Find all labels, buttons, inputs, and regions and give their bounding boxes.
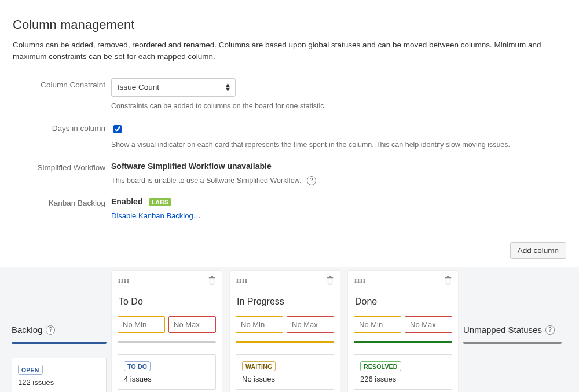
column-title[interactable]: To Do [119, 296, 216, 307]
backlog-bar [12, 342, 107, 344]
delete-column-button[interactable] [326, 276, 334, 287]
status-card[interactable]: TO DO4 issues [118, 354, 216, 390]
labs-badge: LABS [149, 198, 171, 206]
help-icon[interactable]: ? [307, 176, 316, 185]
simplified-workflow-help: This board is unable to use a Software S… [111, 177, 301, 185]
backlog-column: Backlog ? OPEN 122 issues [7, 267, 111, 392]
days-in-column-label: Days in column [13, 117, 111, 156]
column-bar [354, 341, 452, 343]
days-in-column-help: Show a visual indicator on each card tha… [111, 140, 566, 151]
delete-column-button[interactable] [444, 276, 452, 287]
delete-column-button[interactable] [208, 276, 216, 287]
board-area: Backlog ? OPEN 122 issues ••••••••To DoT… [0, 267, 579, 392]
simplified-workflow-value: Software Simplified Workflow unavailable [111, 162, 272, 171]
disable-kanban-backlog-link[interactable]: Disable Kanban Backlog… [111, 211, 566, 220]
issue-count: 122 issues [18, 378, 100, 387]
column-bar [118, 341, 216, 343]
simplified-workflow-label: Simplified Workflow [13, 156, 111, 192]
help-icon[interactable]: ? [545, 325, 555, 335]
status-card[interactable]: WAITINGNo issues [236, 354, 334, 390]
column-max-input[interactable] [405, 316, 452, 333]
status-card[interactable]: RESOLVED226 issues [354, 354, 452, 390]
unmapped-title: Unmapped Statuses [463, 325, 542, 335]
column-max-input[interactable] [168, 316, 216, 333]
status-lozenge: TO DO [124, 361, 151, 371]
column-title[interactable]: Done [355, 296, 452, 307]
issue-count: No issues [242, 375, 328, 383]
unmapped-bar [463, 342, 562, 344]
issue-count: 4 issues [124, 375, 210, 383]
issue-count: 226 issues [360, 375, 446, 383]
add-column-button[interactable]: Add column [510, 242, 566, 259]
column-constraint-label: Column Constraint [13, 74, 111, 118]
page-title: Column management [13, 17, 566, 32]
board-column: ••••••••In ProgressWAITINGNo issuesIN RE… [229, 270, 340, 392]
status-lozenge: RESOLVED [360, 361, 401, 371]
column-max-input[interactable] [287, 316, 334, 333]
column-constraint-select[interactable]: Issue Count [111, 78, 236, 97]
status-lozenge: WAITING [242, 361, 276, 371]
board-column: ••••••••DoneRESOLVED226 issuesDONE52 iss… [347, 270, 459, 392]
column-min-input[interactable] [354, 316, 401, 333]
page-description: Columns can be added, removed, reordered… [13, 39, 566, 63]
backlog-title: Backlog [12, 325, 42, 335]
drag-handle-icon[interactable]: •••••••• [236, 279, 247, 284]
column-constraint-help: Constraints can be added to columns on t… [111, 101, 566, 112]
help-icon[interactable]: ? [46, 325, 55, 335]
unmapped-column: Unmapped Statuses ? [459, 267, 566, 344]
kanban-backlog-value: Enabled [111, 197, 142, 206]
column-title[interactable]: In Progress [237, 296, 334, 307]
column-bar [236, 341, 334, 343]
drag-handle-icon[interactable]: •••••••• [354, 279, 365, 284]
kanban-backlog-label: Kanban Backlog [13, 192, 111, 226]
status-lozenge-open: OPEN [18, 365, 43, 375]
drag-handle-icon[interactable]: •••••••• [118, 279, 129, 284]
column-min-input[interactable] [236, 316, 283, 333]
board-column: ••••••••To DoTO DO4 issues [111, 270, 222, 392]
days-in-column-checkbox[interactable] [113, 125, 122, 133]
column-min-input[interactable] [118, 316, 165, 333]
status-card[interactable]: OPEN 122 issues [12, 358, 107, 392]
